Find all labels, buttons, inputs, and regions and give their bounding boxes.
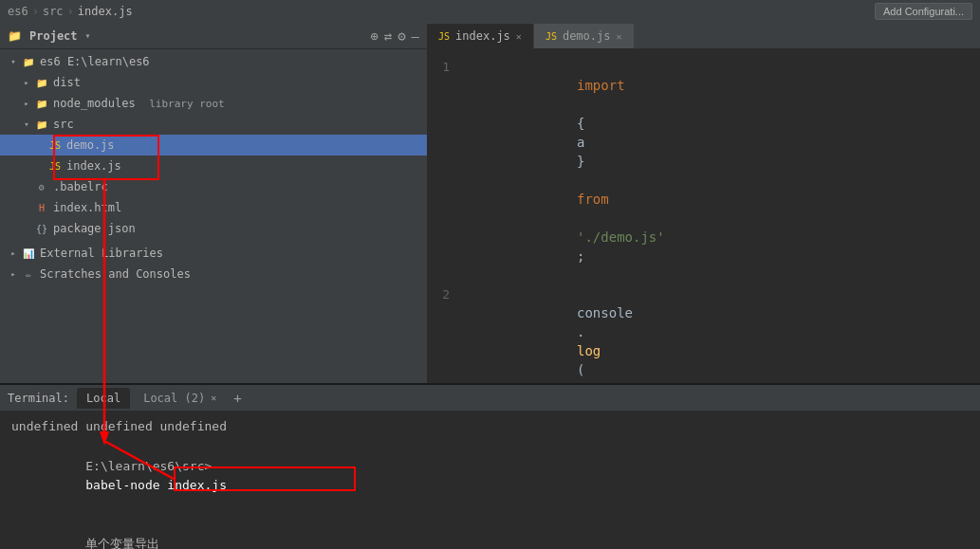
tab-icon-demo-js: JS: [545, 31, 557, 42]
tab-demo-js[interactable]: JS demo.js ✕: [534, 24, 635, 48]
tab-index-js[interactable]: JS index.js ✕: [427, 24, 534, 48]
tree-item-index-html[interactable]: H index.html: [0, 197, 427, 218]
code-semicolon1: ;: [577, 248, 584, 264]
tree-item-node-modules[interactable]: 📁 node_modules library root: [0, 93, 427, 114]
code-brace-close: }: [577, 154, 584, 169]
tree-arrow-dist: [21, 77, 32, 88]
terminal-annotation-label: 单个变量导出: [11, 516, 969, 549]
project-dropdown-icon: ▾: [85, 30, 91, 41]
terminal-add-tab-button[interactable]: +: [233, 391, 241, 406]
code-brace-open: {: [577, 116, 584, 131]
code-console: console: [577, 305, 633, 320]
terminal-content: undefined undefined undefined E:\learn\e…: [0, 412, 980, 549]
gear-icon[interactable]: ⚙: [398, 28, 405, 44]
code-space3: [577, 210, 584, 226]
tree-label-node-modules: node_modules library root: [53, 97, 225, 110]
tree-label-scratches: Scratches and Consoles: [40, 267, 191, 281]
sidebar-header: 📁 Project ▾ ⊕ ⇄ ⚙ —: [0, 23, 427, 49]
code-dot: .: [577, 324, 584, 339]
js-icon-index: JS: [47, 158, 63, 174]
main-area: 📁 Project ▾ ⊕ ⇄ ⚙ — 📁 es6 E:\l: [0, 23, 980, 383]
file-tree: 📁 es6 E:\learn\es6 📁 dist 📁 node_modules…: [0, 49, 427, 383]
html-icon-index: H: [34, 200, 49, 215]
sidebar: 📁 Project ▾ ⊕ ⇄ ⚙ — 📁 es6 E:\l: [0, 23, 427, 383]
terminal-tab-local2-label: Local (2): [143, 392, 205, 405]
terminal-tab-local[interactable]: Local: [77, 388, 130, 409]
tree-item-package-json[interactable]: {} package.json: [0, 218, 427, 239]
code-space2: [577, 173, 584, 188]
tree-label-es6: es6 E:\learn\es6: [40, 55, 150, 68]
tree-label-src: src: [53, 118, 74, 131]
page-wrapper: es6 › src › index.js Add Configurati... …: [0, 0, 980, 549]
tab-label-demo-js: demo.js: [563, 29, 611, 43]
tree-item-demo-js[interactable]: JS demo.js: [0, 135, 427, 156]
tree-item-scratches[interactable]: ✏ Scratches and Consoles: [0, 264, 427, 284]
editor-area: JS index.js ✕ JS demo.js ✕ 1: [427, 23, 980, 383]
layout-container: es6 › src › index.js Add Configurati... …: [0, 0, 980, 549]
breadcrumb-file: index.js: [78, 5, 133, 18]
code-paren-open: (: [577, 362, 584, 377]
tab-close-demo-js[interactable]: ✕: [617, 31, 622, 42]
code-string-path: './demo.js': [577, 229, 665, 245]
tree-item-es6[interactable]: 📁 es6 E:\learn\es6: [0, 51, 427, 72]
layout-icon[interactable]: ⇄: [384, 28, 392, 44]
tree-label-babelrc: .babelrc: [53, 180, 108, 193]
terminal-tab-local2-close[interactable]: ✕: [211, 393, 216, 403]
sidebar-header-icons: ⊕ ⇄ ⚙ —: [370, 28, 419, 44]
tree-item-index-js[interactable]: JS index.js: [0, 156, 427, 176]
terminal-prompt: E:\learn\es6\src>: [85, 459, 212, 473]
terminal-tab-local-label: Local: [86, 392, 120, 405]
breadcrumb-sep1: ›: [32, 5, 39, 18]
editor-content: 1 import { a } from './demo.js' ;: [427, 49, 980, 383]
folder-icon-es6: 📁: [21, 54, 36, 69]
tab-close-index-js[interactable]: ✕: [516, 31, 522, 42]
tree-item-babelrc[interactable]: ⚙ .babelrc: [0, 176, 427, 197]
minimize-icon[interactable]: —: [412, 28, 419, 44]
tree-arrow-ext-libs: [8, 247, 19, 259]
tree-label-dist: dist: [53, 76, 81, 89]
annotation-text: 单个变量导出: [85, 537, 159, 549]
tree-item-dist[interactable]: 📁 dist: [0, 72, 427, 93]
tree-label-package-json: package.json: [53, 222, 136, 235]
breadcrumb-src: src: [43, 5, 64, 18]
tree-item-external-libs[interactable]: 📊 External Libraries: [0, 243, 427, 264]
code-text-1: import { a } from './demo.js' ;: [465, 57, 665, 284]
js-icon-demo: JS: [47, 137, 63, 153]
tree-label-index-html: index.html: [53, 201, 121, 214]
code-log: log: [577, 343, 601, 358]
globe-icon[interactable]: ⊕: [370, 28, 378, 44]
json-icon-package: {}: [34, 221, 49, 236]
code-line-1: 1 import { a } from './demo.js' ;: [427, 57, 980, 284]
tree-arrow-scratches: [8, 268, 19, 280]
add-configuration-button[interactable]: Add Configurati...: [875, 3, 972, 20]
terminal-output-line: undefined undefined undefined: [11, 417, 969, 436]
terminal-prompt-line: E:\learn\es6\src> babel-node index.js: [11, 438, 969, 514]
folder-icon-dist: 📁: [34, 75, 49, 90]
code-text-2: console . log ( a ) ;: [465, 284, 633, 383]
tree-arrow-es6: [8, 56, 19, 67]
line-number-2: 2: [427, 285, 465, 304]
folder-icon-node-modules: 📁: [34, 96, 49, 111]
breadcrumb-sep2: ›: [67, 5, 74, 18]
tree-label-ext-libs: External Libraries: [40, 247, 163, 260]
tree-label-index-js: index.js: [66, 159, 121, 173]
code-line-2: 2 console . log ( a ) ;: [427, 284, 980, 383]
tab-icon-index-js: JS: [438, 31, 450, 42]
title-bar: es6 › src › index.js Add Configurati...: [0, 0, 980, 23]
folder-icon-src: 📁: [34, 117, 49, 132]
tab-label-index-js: index.js: [455, 29, 510, 43]
terminal-label: Terminal:: [8, 392, 69, 405]
terminal-tab-local2[interactable]: Local (2) ✕: [134, 388, 226, 409]
keyword-import: import: [577, 78, 625, 93]
keyword-from: from: [577, 192, 609, 207]
breadcrumb-es6: es6: [8, 5, 28, 18]
project-icon: 📁: [8, 29, 22, 43]
project-title: Project: [29, 29, 78, 43]
config-icon-babelrc: ⚙: [34, 179, 49, 194]
code-var-a: a: [577, 135, 584, 150]
libs-icon: 📊: [21, 246, 36, 261]
line-number-1: 1: [427, 58, 465, 77]
tree-item-src[interactable]: 📁 src: [0, 114, 427, 135]
tree-label-demo-js: demo.js: [66, 138, 115, 152]
code-space1: [577, 97, 584, 112]
